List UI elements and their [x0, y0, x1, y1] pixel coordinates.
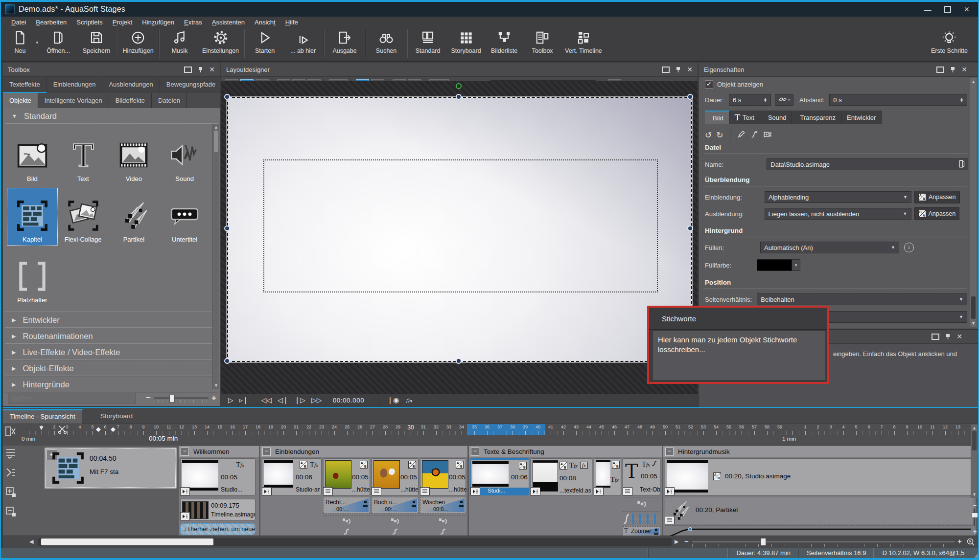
toolbox-zoom-slider[interactable]: − + — [143, 393, 219, 403]
clip-particle[interactable]: 00:20, Partikel — [665, 497, 973, 524]
tab-sound[interactable]: Sound — [760, 111, 793, 124]
zoom-plus-icon[interactable]: + — [209, 393, 219, 403]
remove-track-icon[interactable] — [5, 506, 17, 517]
tab-objekte[interactable]: Objekte — [3, 93, 38, 108]
rotate-handle[interactable] — [456, 83, 462, 89]
tab-ausblendungen[interactable]: Ausblendungen — [102, 77, 160, 93]
layoutdesigner-header[interactable]: Layoutdesigner ✕ — [221, 63, 698, 77]
section-entwickler[interactable]: ▶Entwickler — [3, 312, 220, 327]
add-track-icon[interactable] — [5, 486, 17, 498]
toolbar-button-suchen[interactable]: Suchen — [367, 27, 405, 54]
toolbox-item-video[interactable]: Video — [109, 127, 160, 185]
rotate-cw-icon[interactable]: ↻ — [716, 130, 723, 140]
transition-chip[interactable]: Wischen00:0... — [420, 497, 466, 514]
menu-item-hilfe[interactable]: Hilfe — [281, 18, 303, 27]
chapter-clip[interactable]: + 00:04.50 Mit F7 sta — [44, 447, 177, 489]
section-hintergr-nde[interactable]: ▶Hintergründe — [3, 377, 220, 392]
track-options-icon[interactable] — [5, 447, 17, 459]
camera-plus-icon[interactable] — [763, 130, 772, 140]
maximize-button[interactable] — [944, 6, 951, 13]
timeline-zoom-plus[interactable]: + — [957, 537, 962, 545]
restore-panel-icon[interactable] — [662, 67, 670, 73]
restore-panel-icon[interactable] — [184, 67, 192, 73]
browse-file-button[interactable] — [956, 158, 968, 170]
toolbar-button-toolbox[interactable]: Toolbox — [523, 27, 561, 54]
resize-handle-sw[interactable] — [224, 358, 230, 364]
resize-handle-w[interactable] — [224, 225, 230, 231]
zoom-reset-magnifier-icon[interactable] — [966, 538, 975, 546]
minimize-button[interactable]: — — [924, 6, 931, 13]
toolbox-item-bild[interactable]: Bild — [7, 127, 58, 185]
play-from-here-button[interactable]: ▹❘ — [239, 397, 249, 403]
clip-text-object[interactable]: T Tfx 00:05 Text-Obj... — [623, 458, 660, 495]
transparency-row[interactable] — [323, 515, 370, 527]
collapse-group-button[interactable]: − — [262, 448, 271, 456]
transition-chip[interactable]: Buch u...00:... — [372, 497, 419, 514]
transition-chip[interactable]: Recht...00:... — [323, 497, 370, 514]
skip-end-button[interactable]: ▷▷ — [311, 397, 322, 403]
transparency-row[interactable] — [623, 497, 660, 511]
step-forward-button[interactable]: ❘▷ — [295, 397, 306, 403]
restore-panel-icon[interactable] — [932, 334, 939, 340]
clip-background-image[interactable]: AB 00:20, Studio.asimage — [665, 458, 973, 495]
collapse-group-button[interactable]: − — [665, 448, 674, 456]
clip-photo[interactable]: AB 00:05 ...hütte — [420, 458, 466, 495]
pin-icon[interactable] — [676, 67, 681, 73]
timeline-vzoom-minus[interactable]: − — [973, 502, 977, 509]
hscrollbar-thumb[interactable] — [41, 538, 213, 545]
tab-bildeffekte[interactable]: Bildeffekte — [109, 93, 152, 108]
tab-bewegungspfade[interactable]: Bewegungspfade — [160, 77, 222, 93]
objekt-anzeigen-checkbox[interactable]: ✓ — [705, 80, 713, 89]
tab-einblendungen[interactable]: Einblendungen — [47, 77, 103, 93]
collapse-group-button[interactable]: − — [181, 448, 189, 456]
toolbox-item-flexi-collage[interactable]: Flexi-Collage — [58, 188, 109, 246]
toolbox-item-partikel[interactable]: Partikel — [109, 188, 160, 246]
audio-menu-button[interactable]: ♫▾ — [405, 397, 412, 403]
toolbar-button-ausgabe[interactable]: Ausgabe — [326, 27, 364, 54]
toolbar-button-speichern[interactable]: Speichern — [77, 27, 116, 54]
resize-handle-n[interactable] — [456, 94, 462, 100]
clip-textfeld[interactable]: AB Tfx fx 00:08 ...textfeld.asimage — [531, 458, 592, 495]
new-track-dropzone[interactable]: ↓ Hierher ziehen, um neue Spur... — [180, 523, 256, 535]
timeline-zoom-minus[interactable]: − — [684, 537, 689, 545]
designer-canvas[interactable] — [221, 81, 698, 394]
resize-grip[interactable]: ◢ — [974, 553, 978, 558]
timeline-scrollbar[interactable]: ▲▼ — [971, 425, 978, 498]
fill-color-swatch[interactable] — [757, 259, 792, 271]
clip-photo[interactable]: AB 00:05 ...hütte — [323, 458, 370, 495]
menu-item-extras[interactable]: Extras — [180, 18, 207, 27]
tab-text[interactable]: TText — [729, 111, 760, 124]
timeline-zoom-thumb[interactable] — [761, 538, 766, 546]
tab-storyboard[interactable]: Storyboard — [93, 409, 140, 424]
play-button[interactable]: ▷ — [228, 397, 233, 403]
menu-item-hinzuf-gen[interactable]: Hinzufügen — [138, 18, 179, 27]
pen-icon[interactable] — [737, 130, 746, 140]
toolbar-button-erste-schritte[interactable]: Erste Schritte — [928, 27, 971, 54]
close-panel-icon[interactable]: ✕ — [687, 66, 693, 73]
timeline-hscrollbar[interactable] — [38, 538, 672, 546]
menu-item-assistenten[interactable]: Assistenten — [208, 18, 249, 27]
toolbox-panel-header[interactable]: Toolbox ✕ — [3, 63, 220, 77]
toolbar-button-starten[interactable]: Starten — [246, 27, 284, 54]
section-standard[interactable]: ▼Standard — [3, 108, 220, 123]
einblendung-anpassen-button[interactable]: ABAnpassen — [914, 191, 960, 203]
scroll-right-arrow[interactable]: ▶ — [675, 538, 678, 545]
tab-intelligente-vorlagen[interactable]: Intelligente Vorlagen — [38, 93, 109, 108]
zoom-slider-thumb[interactable] — [169, 395, 175, 403]
step-back-button[interactable]: ◁❘ — [278, 397, 289, 403]
toolbox-item-kapitel[interactable]: Kapitel — [7, 188, 58, 246]
scroll-left-arrow[interactable]: ◀ — [29, 538, 33, 545]
toolbar-button-ffnen[interactable]: Öffnen... — [39, 27, 77, 54]
toolbox-item-untertitel[interactable]: Untertitel — [159, 188, 210, 246]
resize-handle-ne[interactable] — [687, 94, 693, 100]
clip-photo[interactable]: AB 00:05 ...hütte — [372, 458, 419, 495]
stage-object[interactable] — [227, 97, 692, 362]
close-panel-icon[interactable]: ✕ — [961, 66, 967, 73]
toolbar-button-vert-timeline[interactable]: Vert. Timeline — [561, 27, 606, 54]
marker-button[interactable]: ❘◉ — [387, 397, 399, 403]
zoomer-chip[interactable]: TZoomer — [623, 526, 660, 536]
ausblendung-dropdown[interactable]: Liegen lassen, nicht ausblenden▼ — [765, 208, 911, 220]
toolbox-item-text[interactable]: TText — [58, 127, 109, 185]
seitenverhaeltnis-dropdown[interactable]: Beibehalten▼ — [757, 293, 967, 305]
menu-item-scriptlets[interactable]: Scriptlets — [72, 18, 107, 27]
